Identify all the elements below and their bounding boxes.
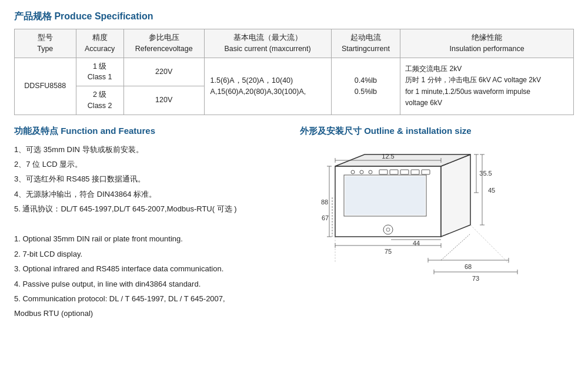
svg-point-3	[351, 170, 355, 174]
svg-line-39	[441, 234, 470, 260]
col-header-voltage: 参比电压Referencevoltage	[123, 29, 204, 58]
cell-insulation: 工频交流电压 2kV 历时 1 分钟，冲击电压 6kV AC voltage 2…	[400, 58, 574, 115]
feature-cn-4: 4、无源脉冲输出，符合 DIN43864 标准。	[14, 187, 288, 201]
col-header-insulation: 绝缘性能Insulation performance	[400, 29, 574, 58]
svg-text:67: 67	[322, 214, 329, 221]
svg-rect-2	[345, 176, 425, 215]
svg-text:75: 75	[385, 248, 392, 255]
feature-en-6: Modbus RTU (optional)	[14, 307, 288, 320]
feature-en-2: 2. 7-bit LCD display.	[14, 247, 288, 261]
cell-accuracy-1: 1 级Class 1	[76, 58, 123, 86]
svg-line-49	[470, 225, 509, 263]
svg-rect-10	[422, 170, 430, 174]
feature-divider	[14, 221, 288, 228]
features-list-cn: 1、可选 35mm DIN 导轨或板前安装。 2、7 位 LCD 显示。 3、可…	[14, 143, 288, 216]
feature-en-3: 3. Optional infrared and RS485 interface…	[14, 262, 288, 275]
svg-marker-13	[441, 154, 470, 237]
features-title: 功能及特点 Function and Features	[14, 126, 288, 137]
feature-en-5: 5. Communication protocol: DL / T 645-19…	[14, 292, 288, 305]
cell-voltage-1: 220V	[123, 58, 204, 86]
svg-rect-8	[400, 170, 409, 174]
svg-text:88: 88	[321, 199, 328, 206]
bottom-section: 功能及特点 Function and Features 1、可选 35mm DI…	[14, 126, 574, 325]
svg-point-5	[369, 170, 372, 174]
features-column: 功能及特点 Function and Features 1、可选 35mm DI…	[14, 126, 300, 325]
feature-cn-2: 2、7 位 LCD 显示。	[14, 157, 288, 171]
feature-cn-3: 3、可选红外和 RS485 接口数据通讯。	[14, 172, 288, 186]
svg-text:45: 45	[488, 187, 495, 194]
svg-text:73: 73	[472, 275, 479, 282]
feature-en-1: 1. Optional 35mm DIN rail or plate front…	[14, 232, 288, 245]
cell-model: DDSFU8588	[15, 58, 76, 115]
features-list-en: 1. Optional 35mm DIN rail or plate front…	[14, 232, 288, 320]
svg-text:44: 44	[413, 240, 420, 247]
col-header-accuracy: 精度Accuracy	[76, 29, 123, 58]
svg-text:68: 68	[465, 263, 472, 270]
cell-accuracy-2: 2 级Class 2	[76, 86, 123, 115]
outline-title: 外形及安装尺寸 Outline & installation size	[300, 126, 574, 137]
feature-cn-1: 1、可选 35mm DIN 导轨或板前安装。	[14, 143, 288, 156]
cell-voltage-2: 120V	[123, 86, 204, 115]
col-header-current: 基本电流（最大流）Basic current (maxcurrent)	[204, 29, 331, 58]
outline-column: 外形及安装尺寸 Outline & installation size	[300, 126, 574, 325]
svg-text:35.5: 35.5	[479, 170, 492, 177]
col-header-type: 型号Type	[15, 29, 76, 58]
svg-point-4	[360, 170, 363, 174]
svg-rect-6	[379, 170, 387, 174]
svg-point-11	[383, 225, 393, 234]
svg-rect-7	[390, 170, 398, 174]
cell-starting: 0.4%lb0.5%lb	[331, 58, 400, 115]
cell-current: 1.5(6)A，5(20)A，10(40)A,15(60)A,20(80)A,3…	[204, 58, 331, 115]
feature-en-4: 4. Passive pulse output, in line with di…	[14, 277, 288, 291]
svg-point-12	[386, 228, 390, 231]
svg-rect-9	[411, 170, 419, 174]
outline-diagram: 88 67 12.5 35.5 45	[300, 143, 547, 325]
spec-table: 型号Type 精度Accuracy 参比电压Referencevoltage 基…	[14, 29, 574, 115]
spec-section-title: 产品规格 Produce Specification	[14, 11, 574, 23]
svg-text:12.5: 12.5	[382, 153, 394, 160]
feature-cn-5: 5. 通讯协议：DL/T 645-1997,DL/T 645-2007,Modb…	[14, 202, 288, 216]
diagram-container: 88 67 12.5 35.5 45	[300, 143, 547, 325]
col-header-starting: 起动电流Startingcurrent	[331, 29, 400, 58]
